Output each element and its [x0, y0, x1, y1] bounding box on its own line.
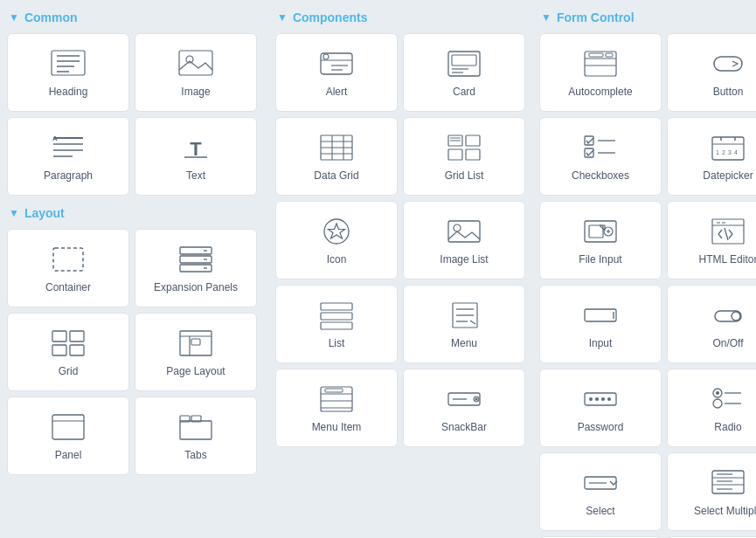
- svg-marker-56: [328, 224, 344, 238]
- item-snackbar[interactable]: SnackBar: [403, 369, 525, 447]
- item-image[interactable]: Image: [135, 33, 257, 112]
- autocomplete-label: Autocomplete: [568, 86, 632, 98]
- item-card[interactable]: Card: [403, 33, 525, 112]
- grid-label: Grid: [59, 365, 79, 377]
- item-radio[interactable]: Radio: [667, 369, 756, 447]
- svg-point-113: [601, 397, 605, 401]
- radio-icon: [707, 383, 749, 416]
- card-icon: [443, 47, 485, 80]
- expansion-label: Expansion Panels: [154, 281, 238, 293]
- button-label: Button: [713, 86, 744, 98]
- svg-rect-80: [589, 53, 603, 57]
- components-grid: Alert Card Data Grid: [275, 33, 532, 447]
- svg-rect-34: [321, 53, 352, 74]
- item-button[interactable]: Button: [667, 33, 756, 112]
- left-panel: ▼ Common Heading Image: [7, 7, 268, 538]
- button-icon: [707, 47, 749, 80]
- paragraph-label: Paragraph: [44, 169, 93, 182]
- common-section: ▼ Common Heading Image: [7, 7, 268, 196]
- checkboxes-label: Checkboxes: [572, 169, 629, 182]
- radio-label: Radio: [714, 421, 741, 433]
- item-text[interactable]: T Text: [135, 117, 257, 196]
- form-control-arrow: ▼: [541, 11, 551, 24]
- data-grid-icon: [316, 131, 357, 164]
- item-datepicker[interactable]: 1234 Datepicker: [667, 117, 756, 196]
- svg-point-116: [716, 391, 719, 395]
- item-password[interactable]: Password: [539, 369, 662, 447]
- item-menu-item[interactable]: Menu Item: [275, 369, 398, 447]
- menu-label: Menu: [451, 337, 477, 349]
- item-page-layout[interactable]: Page Layout: [135, 313, 257, 391]
- item-container[interactable]: Container: [7, 229, 129, 307]
- item-tabs[interactable]: Tabs: [135, 397, 257, 475]
- grid-icon: [47, 327, 89, 360]
- heading-icon: [47, 47, 89, 80]
- item-input[interactable]: Input: [539, 285, 662, 363]
- item-heading[interactable]: Heading: [7, 33, 129, 112]
- item-file-input[interactable]: File Input: [539, 201, 662, 279]
- svg-rect-51: [448, 149, 462, 160]
- page-layout-icon: [175, 327, 217, 360]
- image-label: Image: [181, 86, 210, 98]
- svg-rect-40: [452, 55, 476, 66]
- form-control-header[interactable]: ▼ Form Control: [539, 7, 749, 28]
- item-image-list[interactable]: Image List: [403, 201, 525, 279]
- tabs-icon: [175, 410, 217, 444]
- item-icon[interactable]: Icon: [275, 201, 398, 279]
- input-icon: [579, 299, 621, 332]
- svg-rect-50: [466, 135, 480, 146]
- on-off-label: On/Off: [712, 337, 743, 349]
- heading-label: Heading: [49, 86, 88, 98]
- item-autocomplete[interactable]: Autocomplete: [539, 33, 662, 112]
- container-label: Container: [45, 281, 91, 293]
- autocomplete-icon: [579, 47, 621, 80]
- svg-rect-14: [53, 248, 83, 271]
- image-icon: [175, 47, 217, 80]
- common-grid: Heading Image A Paragraph T: [7, 33, 268, 196]
- layout-title: Layout: [24, 206, 65, 220]
- tabs-label: Tabs: [184, 449, 206, 461]
- svg-rect-106: [585, 309, 616, 321]
- svg-rect-57: [448, 221, 480, 242]
- password-icon: [579, 383, 621, 416]
- paragraph-icon: A: [47, 131, 89, 164]
- item-alert[interactable]: Alert: [275, 33, 398, 112]
- image-list-label: Image List: [440, 253, 488, 266]
- page-layout-label: Page Layout: [166, 365, 225, 377]
- components-section: ▼ Components Alert Card: [275, 7, 532, 447]
- svg-rect-52: [466, 149, 480, 160]
- svg-rect-71: [325, 389, 343, 392]
- container-icon: [47, 243, 89, 276]
- item-menu[interactable]: Menu: [403, 285, 525, 363]
- svg-point-109: [732, 312, 740, 321]
- select-label: Select: [586, 505, 614, 517]
- list-icon: [316, 299, 357, 332]
- text-icon: T: [175, 131, 217, 164]
- item-html-editor[interactable]: HTML Editor: [667, 201, 756, 279]
- item-select[interactable]: Select: [539, 452, 662, 531]
- item-panel[interactable]: Panel: [7, 397, 129, 475]
- item-select-multiple[interactable]: Select Multiple: [667, 452, 756, 531]
- form-control-grid: Autocomplete Button Checkboxes: [539, 33, 749, 538]
- svg-text:2: 2: [722, 149, 725, 155]
- svg-point-111: [589, 397, 593, 401]
- item-list[interactable]: List: [275, 285, 398, 363]
- svg-text:1: 1: [716, 149, 719, 155]
- item-on-off[interactable]: On/Off: [667, 285, 756, 363]
- components-header[interactable]: ▼ Components: [275, 7, 532, 28]
- item-grid-list[interactable]: Grid List: [403, 117, 525, 196]
- alert-icon: [316, 47, 357, 80]
- select-multiple-label: Select Multiple: [694, 505, 756, 517]
- item-paragraph[interactable]: A Paragraph: [7, 117, 129, 196]
- svg-line-66: [470, 321, 475, 324]
- common-header[interactable]: ▼ Common: [7, 7, 268, 28]
- snackbar-label: SnackBar: [441, 421, 487, 433]
- file-input-icon: [579, 215, 621, 248]
- item-grid[interactable]: Grid: [7, 313, 129, 391]
- common-title: Common: [24, 10, 78, 24]
- item-checkboxes[interactable]: Checkboxes: [539, 117, 662, 196]
- item-data-grid[interactable]: Data Grid: [275, 117, 398, 196]
- layout-header[interactable]: ▼ Layout: [7, 203, 268, 224]
- item-expansion-panels[interactable]: Expansion Panels: [135, 229, 257, 307]
- on-off-icon: [707, 299, 749, 332]
